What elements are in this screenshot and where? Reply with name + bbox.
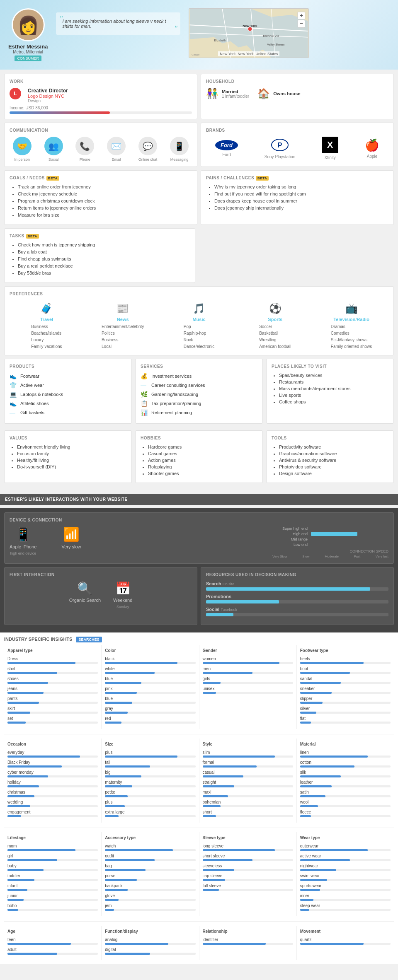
searches-badge: Searches [76,637,102,642]
brands-card: BRANDS Ford Ford P Sony Playstation [201,123,394,167]
speed-label-fast: Fast [354,555,361,558]
wifi-icon: 📶 [63,526,80,542]
list-item: Environment friendly living [17,444,126,449]
insight-outfit: outfit [105,853,195,861]
list-item: Live sports [279,393,388,398]
insight-slim: slim [203,750,293,758]
insight-casual: casual [203,770,293,777]
serv-career: —Career consulting services [141,382,257,389]
speed-label-veryslow: Very Slow [272,555,287,558]
insight-maternity: maternity [105,780,195,787]
pains-card: PAINS / CHALLENGESBETA Why is my jcpenne… [201,170,394,225]
list-item: Track an online order from jcpenney [18,184,192,189]
list-item: Photo/video software [279,464,388,469]
list-item: Find cheap plus swimsuits [18,256,190,261]
comm-icon-in-person: 🤝 [13,137,32,155]
insight-sneaker: sneaker [300,686,391,694]
insight-xlarge: extra large [105,809,195,817]
insight-silver: silver [300,706,391,714]
goals-section-title: GOALS / NEEDSBETA [10,176,192,180]
pref-news-items: Entertainment/celebrityPoliticsBusinessL… [102,323,144,350]
insight-heels: heels [300,656,391,664]
pref-tv-label: Television/Radio [333,317,369,322]
resource-promotions-bar [206,600,388,603]
activewear-icon: 👕 [10,382,17,389]
household-married: 👫 Married 1 infant/toddler [206,88,249,99]
insight-set: set [7,716,98,724]
pref-section-title: PREFERENCES [10,292,388,296]
relationship-col-title: Relationship [203,929,293,934]
insight-everyday: everyday [7,750,98,758]
serv-retirement: 📊Retirement planning [141,409,257,416]
insight-formal: formal [203,760,293,768]
household-home-label: Owns house [273,91,300,96]
header-section: 👩 Esther Messina Metro, Millennial CONSU… [0,0,398,70]
insight-sleepwear: sleep wear [300,903,391,911]
insight-sleeveless: sleeveless [203,863,293,871]
serv-garden-label: Gardening/landscaping [151,392,198,397]
resource-search-sub: On site [223,582,235,586]
services-card: SERVICES 💰Investment services —Career co… [135,359,263,424]
pref-sports-items: SoccerBasketballWrestlingAmerican footba… [259,323,291,350]
prod-athletic-label: Athletic shoes [20,401,49,406]
svg-text:Valley Stream: Valley Stream [267,43,285,46]
insights-apparel-col: Apparel type Dress shirt shoes jeans pan… [4,645,102,729]
insight-maxi: maxi [203,789,293,797]
insights-section: INDUSTRY SPECIFIC INSIGHTS Searches Appa… [0,632,398,964]
insight-short: short [203,809,293,817]
insight-boot: boot [300,666,391,674]
news-icon: 📰 [112,300,133,317]
insight-holiday: holiday [7,780,98,787]
pref-music-items: PopRap/hip-hopRockDance/electronic [184,323,214,350]
footwear-icon: 👟 [10,373,17,379]
married-icon: 👫 [206,88,218,99]
device-phone: 📱 Apple iPhone high end device [10,526,36,555]
comm-email: ✉️ Email [107,137,126,162]
insight-big: big [105,770,195,777]
comm-items: 🤝 In person 👥 Social 📞 Phone ✉️ Email 💬 [10,137,192,162]
first-int-weekend-label: Weekend [113,598,132,603]
list-item: Does drapes keep house cool in summer [214,198,388,203]
insight-christmas: christmas [7,789,98,797]
insight-backpack: backpack [105,883,195,891]
household-status: Married [222,89,249,94]
device-phone-sub: high end device [10,551,36,555]
list-item: Shooter games [148,471,257,476]
insight-watch: watch [105,843,195,851]
prod-laptops-label: Laptops & notebooks [20,392,63,397]
insights-function-col: Function/display analog digital [102,926,199,960]
first-int-resources-row: FIRST INTERACTION 🔍 Organic Search 📅 Wee… [4,567,394,628]
insight-white: white [105,666,195,674]
first-int-organic-label: Organic Search [69,598,101,603]
insight-fleece: fleece [300,809,391,817]
prod-footwear-label: Footwear [20,374,39,379]
goals-list: Track an online order from jcpenney Chec… [10,184,192,217]
list-item: Restaurants [279,379,388,384]
serv-investment-label: Investment services [151,374,192,379]
insight-fullsleeve: full sleeve [203,883,293,891]
insight-plus2: plus [105,799,195,807]
insight-jem: jem [105,903,195,911]
sleeve-col-title: Sleeve type [203,835,293,840]
insight-blackfriday: Black Friday [7,760,98,768]
goals-beta-badge: BETA [46,176,59,181]
insight-women: women [203,656,293,664]
insight-capsleeve: cap sleeve [203,873,293,881]
insights-lifestage-col: Lifestage mom girl baby toddler infant j… [4,832,102,916]
goals-pains-row: GOALS / NEEDSBETA Track an online order … [4,170,394,228]
brand-xfinity-name: Xfinity [325,155,336,160]
insights-footwear-col: Footwear type heels boot sandal sneaker … [297,645,394,729]
places-card: PLACES LIKELY TO VISIT Spas/beauty servi… [266,359,394,424]
pref-tv-items: DramasComediesSci-fi/fantasy showsFamily… [331,323,372,350]
resource-social: Social Facebook [206,607,388,616]
insight-unisex: unisex [203,686,293,694]
apple-logo: 🍎 [365,138,379,152]
pref-sports: ⚽ Sports SoccerBasketballWrestlingAmeric… [238,300,312,350]
prod-footwear: 👟Footwear [10,373,126,379]
pref-items: 🧳 Travel BusinessBeaches/islandsLuxuryFa… [10,300,388,350]
list-item: Roleplaying [148,464,257,469]
list-item: Coffee shops [279,399,388,404]
products-services-places-row: PRODUCTS 👟Footwear 👕Active wear 💻Laptops… [4,359,394,427]
investment-icon: 💰 [141,373,148,379]
insight-petite: petite [105,789,195,797]
